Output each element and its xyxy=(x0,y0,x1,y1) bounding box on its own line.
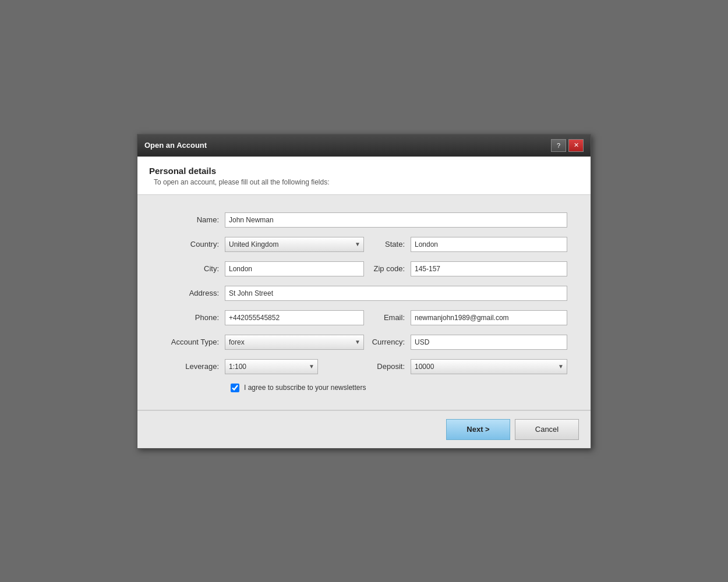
address-row: Address: xyxy=(161,286,567,301)
help-button[interactable]: ? xyxy=(551,139,566,152)
title-bar: Open an Account ? ✕ xyxy=(137,134,591,157)
zip-input[interactable] xyxy=(411,261,567,276)
currency-group: Currency: xyxy=(364,335,567,350)
country-select[interactable]: United Kingdom United States Germany Fra… xyxy=(225,237,364,252)
name-row: Name: xyxy=(161,212,567,228)
dialog-window: Open an Account ? ✕ Personal details To … xyxy=(137,134,591,449)
email-input[interactable] xyxy=(411,310,567,325)
leverage-select-wrapper: 1:100 1:50 1:200 1:500 ▼ xyxy=(225,359,318,374)
deposit-select[interactable]: 10000 5000 25000 50000 xyxy=(411,359,567,374)
account-type-label: Account Type: xyxy=(161,338,225,346)
leverage-deposit-row: Leverage: 1:100 1:50 1:200 1:500 ▼ Depos… xyxy=(161,359,567,374)
phone-input[interactable] xyxy=(225,310,364,325)
state-input[interactable] xyxy=(411,237,567,252)
address-label: Address: xyxy=(161,289,225,297)
state-label: State: xyxy=(364,240,411,249)
address-input[interactable] xyxy=(225,286,567,301)
footer-section: Next > Cancel xyxy=(137,410,591,448)
phone-group: Phone: xyxy=(161,310,364,325)
account-type-group: Account Type: forex CFD Stocks Crypto ▼ xyxy=(161,335,364,350)
phone-label: Phone: xyxy=(161,313,225,322)
dialog-title: Open an Account xyxy=(144,141,207,150)
phone-email-row: Phone: Email: xyxy=(161,310,567,325)
name-label: Name: xyxy=(161,215,225,224)
account-type-select[interactable]: forex CFD Stocks Crypto xyxy=(225,335,364,350)
title-bar-controls: ? ✕ xyxy=(551,139,584,152)
currency-input[interactable] xyxy=(411,335,567,350)
close-button[interactable]: ✕ xyxy=(568,139,584,152)
account-type-select-wrapper: forex CFD Stocks Crypto ▼ xyxy=(225,335,364,350)
email-group: Email: xyxy=(364,310,567,325)
country-label: Country: xyxy=(161,240,225,249)
leverage-select[interactable]: 1:100 1:50 1:200 1:500 xyxy=(225,359,318,374)
header-title: Personal details xyxy=(149,166,579,176)
cancel-button[interactable]: Cancel xyxy=(515,419,579,440)
deposit-group: Deposit: 10000 5000 25000 50000 ▼ xyxy=(364,359,567,374)
email-label: Email: xyxy=(364,313,411,322)
leverage-group: Leverage: 1:100 1:50 1:200 1:500 ▼ xyxy=(161,359,364,374)
next-button[interactable]: Next > xyxy=(446,419,510,440)
country-select-wrapper: United Kingdom United States Germany Fra… xyxy=(225,237,364,252)
leverage-label: Leverage: xyxy=(161,362,225,371)
country-group: Country: United Kingdom United States Ge… xyxy=(161,237,364,252)
zip-group: Zip code: xyxy=(364,261,567,276)
country-state-row: Country: United Kingdom United States Ge… xyxy=(161,237,567,252)
zip-label: Zip code: xyxy=(364,264,411,273)
city-input[interactable] xyxy=(225,261,364,276)
deposit-label: Deposit: xyxy=(364,362,411,371)
city-zip-row: City: Zip code: xyxy=(161,261,567,276)
name-input[interactable] xyxy=(225,212,567,228)
deposit-select-wrapper: 10000 5000 25000 50000 ▼ xyxy=(411,359,567,374)
address-group: Address: xyxy=(161,286,567,301)
newsletter-checkbox[interactable] xyxy=(231,384,239,392)
form-section: Name: Country: United Kingdom United Sta… xyxy=(137,195,591,410)
state-group: State: xyxy=(364,237,567,252)
city-label: City: xyxy=(161,264,225,273)
header-subtitle: To open an account, please fill out all … xyxy=(149,178,579,186)
newsletter-row: I agree to subscribe to your newsletters xyxy=(161,384,567,392)
currency-label: Currency: xyxy=(364,338,411,346)
city-group: City: xyxy=(161,261,364,276)
account-currency-row: Account Type: forex CFD Stocks Crypto ▼ … xyxy=(161,335,567,350)
newsletter-label: I agree to subscribe to your newsletters xyxy=(244,384,366,392)
header-section: Personal details To open an account, ple… xyxy=(137,157,591,195)
name-group: Name: xyxy=(161,212,567,228)
